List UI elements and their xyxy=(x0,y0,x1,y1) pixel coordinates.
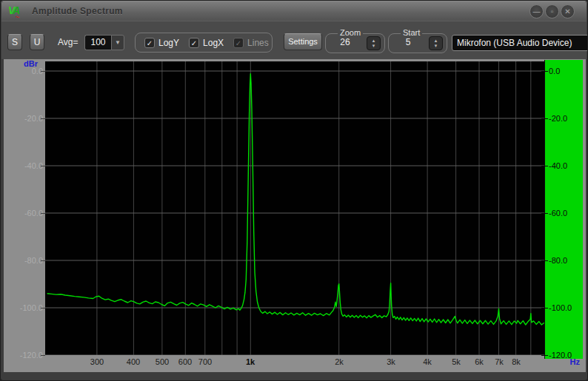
y-axis-label: -80.0 xyxy=(4,256,43,265)
x-axis-label: 500 xyxy=(156,357,169,366)
input-device-field[interactable]: Mikrofon (USB Audio Device) xyxy=(452,35,588,51)
y-axis-label: -60.0 xyxy=(4,209,43,218)
settings-button[interactable]: Settings xyxy=(284,33,322,50)
axis-options-group: ✓ LogY ✓ LogX ✓ Lines xyxy=(135,33,273,53)
save-spectrum-button[interactable]: S xyxy=(7,34,22,50)
x-axis-label: 400 xyxy=(127,357,140,366)
y-axis-label: -100.0 xyxy=(4,303,43,312)
x-axis-label: 5k xyxy=(452,357,461,366)
check-icon: ✓ xyxy=(144,38,155,48)
avg-value-field[interactable]: 100 xyxy=(84,35,111,50)
start-spinner-group: Start 5 ▲ ▼ xyxy=(388,33,447,53)
x-axis-label: 4k xyxy=(423,357,432,366)
start-label: Start xyxy=(401,28,422,37)
u-button[interactable]: U xyxy=(30,34,44,50)
meter-axis-tick xyxy=(541,260,548,261)
zoom-stepper[interactable]: ▲ ▼ xyxy=(367,36,381,50)
meter-axis-label: -40.0 xyxy=(549,161,567,170)
avg-dropdown-button[interactable]: ▼ xyxy=(111,35,124,50)
chart-panel: dBr dBr Hz 0.00.0-20.0-20.0-40.0-40.0-60… xyxy=(4,59,586,372)
logx-checkbox[interactable]: ✓ LogX xyxy=(189,38,224,48)
meter-axis-tick xyxy=(541,118,548,119)
y-axis-tick xyxy=(41,118,45,119)
x-axis-label: 8k xyxy=(512,357,521,366)
spin-down-icon[interactable]: ▼ xyxy=(372,44,376,49)
start-stepper[interactable]: ▲ ▼ xyxy=(429,36,443,50)
y-axis-tick xyxy=(41,308,45,308)
meter-axis-label: 0.0 xyxy=(549,67,560,75)
toolbar: S U Avg= 100 ▼ ✓ LogY ✓ LogX ✓ Lines Set… xyxy=(1,21,587,59)
x-axis-label: 700 xyxy=(198,357,212,366)
y-axis-tick xyxy=(41,355,45,356)
zoom-label: Zoom xyxy=(338,28,363,37)
meter-axis-tick xyxy=(541,355,548,356)
maximize-button[interactable]: ▫ xyxy=(545,4,559,18)
minimize-button[interactable]: — xyxy=(529,4,544,18)
close-button[interactable]: ✕ xyxy=(561,4,575,18)
spectrum-plot[interactable] xyxy=(45,61,544,355)
y-axis-label: -20.0 xyxy=(4,114,43,123)
x-axis-label: 6k xyxy=(475,357,484,366)
meter-axis-tick xyxy=(541,166,548,166)
y-axis-tick xyxy=(41,260,45,261)
check-icon: ✓ xyxy=(233,38,244,48)
y-axis-tick xyxy=(41,213,45,214)
x-axis-label: 7k xyxy=(495,357,504,366)
meter-axis-tick xyxy=(541,213,548,214)
window-controls: — ▫ ✕ xyxy=(529,4,575,18)
meter-axis-label: -100.0 xyxy=(549,303,572,312)
meter-axis-label: -20.0 xyxy=(549,114,567,123)
x-axis-label: 1k xyxy=(246,357,255,366)
spin-up-icon[interactable]: ▲ xyxy=(372,38,376,44)
spin-up-icon[interactable]: ▲ xyxy=(434,38,438,44)
x-axis-label: 3k xyxy=(387,357,395,366)
y-axis-tick xyxy=(41,166,45,166)
app-window: VA ~ Amplitude Spectrum — ▫ ✕ S U Avg= 1… xyxy=(0,0,588,381)
chevron-down-icon: ▼ xyxy=(115,39,121,46)
meter-axis-label: -80.0 xyxy=(549,256,567,265)
spin-down-icon[interactable]: ▼ xyxy=(434,44,438,49)
title-bar[interactable]: VA ~ Amplitude Spectrum — ▫ ✕ xyxy=(1,1,587,21)
y-axis-tick xyxy=(41,71,45,72)
x-axis-label: 2k xyxy=(335,357,344,366)
y-axis-label: 0.0 xyxy=(4,67,43,75)
zoom-value[interactable]: 26 xyxy=(330,37,360,47)
y-axis-label: -40.0 xyxy=(4,161,43,170)
meter-axis-label: -120.0 xyxy=(549,351,572,360)
meter-axis-tick xyxy=(541,71,548,72)
logy-checkbox[interactable]: ✓ LogY xyxy=(144,38,179,48)
check-icon: ✓ xyxy=(189,38,199,48)
zoom-spinner-group: Zoom 26 ▲ ▼ xyxy=(325,33,385,53)
window-title: Amplitude Spectrum xyxy=(32,6,123,16)
meter-axis-tick xyxy=(541,308,548,308)
x-axis-label: 600 xyxy=(178,357,192,366)
meter-axis-label: -60.0 xyxy=(549,209,567,218)
x-axis-label: 300 xyxy=(90,357,104,366)
y-axis-label: -120.0 xyxy=(4,351,43,360)
lines-checkbox: ✓ Lines xyxy=(233,38,269,48)
app-logo-icon: VA ~ xyxy=(8,4,27,18)
start-value[interactable]: 5 xyxy=(393,37,423,47)
avg-label: Avg= xyxy=(58,37,78,47)
